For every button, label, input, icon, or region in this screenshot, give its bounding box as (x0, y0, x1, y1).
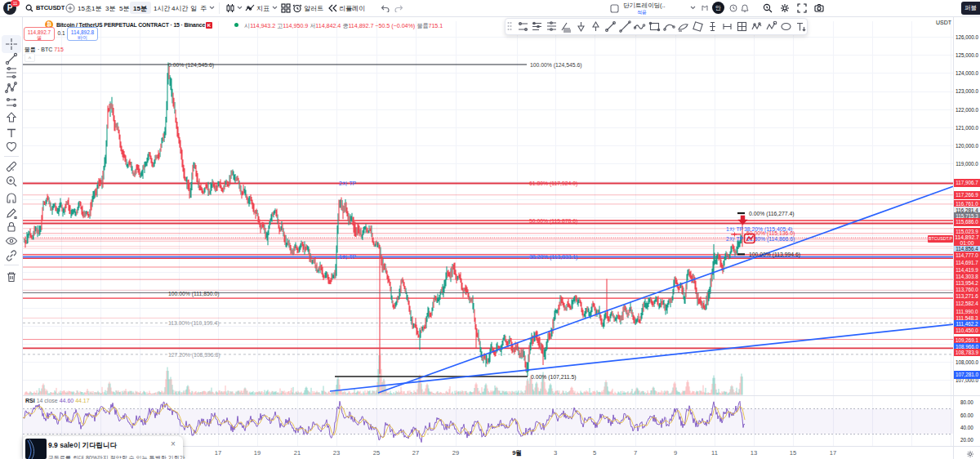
svg-text:61.80% (114,866.6): 61.80% (114,866.6) (746, 236, 795, 243)
svg-text:2차 TP: 2차 TP (726, 236, 744, 242)
svg-text:100.00% (124,545.6): 100.00% (124,545.6) (530, 62, 582, 69)
svg-text:0.00% (124,545.6): 0.00% (124,545.6) (168, 62, 214, 69)
svg-text:127.20% (108,396.8): 127.20% (108,396.8) (168, 352, 220, 359)
svg-text:1차 TP: 1차 TP (726, 226, 744, 232)
svg-text:50.00% (115,878.6): 50.00% (115,878.6) (529, 218, 577, 225)
svg-text:0.00% (107,211.5): 0.00% (107,211.5) (531, 374, 576, 381)
svg-text:2차 TP: 2차 TP (339, 180, 357, 186)
svg-text:100.00% (111,850.0): 100.00% (111,850.0) (168, 291, 219, 297)
svg-text:0.00% (116,277.4): 0.00% (116,277.4) (749, 211, 794, 217)
svg-text:61.80% (117,924.0): 61.80% (117,924.0) (529, 180, 577, 187)
svg-text:113.00% (110,199.4): 113.00% (110,199.4) (168, 320, 219, 327)
svg-text:38.20% (113,833.1): 38.20% (113,833.1) (529, 254, 577, 261)
svg-text:100.00% (113,994.6): 100.00% (113,994.6) (749, 252, 800, 258)
svg-text:1차 TP: 1차 TP (339, 254, 357, 260)
